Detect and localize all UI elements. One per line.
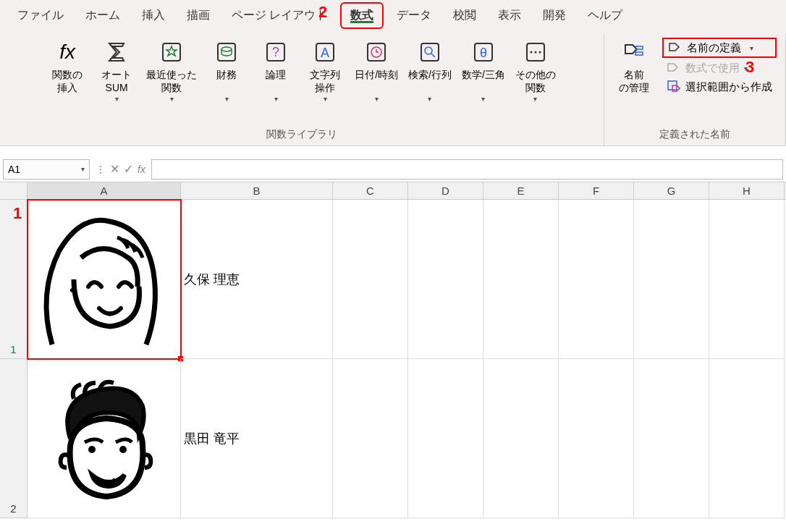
financial-button[interactable]: 財務▾ — [204, 36, 249, 106]
dots-book-icon — [523, 39, 549, 65]
chevron-down-icon: ▾ — [533, 94, 537, 104]
callout-1: 1 — [13, 204, 22, 223]
tab-help[interactable]: ヘルプ — [579, 4, 631, 28]
col-header-f[interactable]: F — [559, 182, 634, 199]
cell-d1[interactable] — [408, 200, 483, 359]
chevron-down-icon: ▾ — [115, 94, 119, 104]
question-book-icon: ? — [263, 39, 289, 65]
theta-book-icon: θ — [470, 39, 496, 65]
create-from-sel-label: 選択範囲から作成 — [685, 80, 772, 94]
tag-icon — [668, 41, 683, 55]
cell-a1[interactable] — [28, 200, 181, 359]
svg-point-10 — [425, 47, 432, 54]
formula-input[interactable] — [151, 159, 783, 180]
tab-view[interactable]: 表示 — [489, 4, 530, 28]
ribbon: fx 関数の 挿入 オート SUM▾ 最近使った 関数▾ 財務▾ ? 論理▾ A — [0, 30, 786, 146]
morefn-button[interactable]: その他の 関数▾ — [512, 36, 559, 106]
cell-e1[interactable] — [483, 200, 559, 359]
insert-function-button[interactable]: fx 関数の 挿入 — [45, 36, 90, 97]
cell-f1[interactable] — [559, 200, 634, 359]
use-in-formula-label: 数式で使用 — [685, 62, 740, 75]
function-library-group-label: 関数ライブラリ — [266, 125, 337, 141]
fx-icon: fx — [54, 39, 80, 65]
tab-draw[interactable]: 描画 — [178, 4, 219, 28]
illustration-woman-icon — [30, 207, 175, 352]
tab-insert[interactable]: 挿入 — [133, 4, 174, 28]
svg-point-2 — [221, 47, 232, 51]
select-all-corner[interactable] — [0, 182, 28, 199]
logical-label: 論理 — [266, 68, 286, 81]
cell-b1[interactable]: 久保 理恵 — [181, 200, 333, 359]
cell-c1[interactable] — [333, 200, 408, 359]
cell-d2[interactable] — [408, 359, 483, 518]
text-button[interactable]: A 文字列 操作▾ — [303, 36, 347, 106]
tab-file[interactable]: ファイル — [9, 4, 72, 28]
cell-a2[interactable] — [28, 359, 181, 518]
cell-h2[interactable] — [709, 359, 785, 518]
recent-functions-button[interactable]: 最近使った 関数▾ — [143, 36, 200, 106]
name-box[interactable]: A1 ▾ — [3, 159, 90, 180]
morefn-label: その他の 関数 — [515, 68, 556, 94]
col-header-a[interactable]: A — [28, 182, 181, 199]
mathtrig-button[interactable]: θ 数学/三角▾ — [459, 36, 508, 106]
a-book-icon: A — [312, 39, 338, 65]
chevron-down-icon: ▾ — [324, 94, 327, 104]
create-from-selection-button[interactable]: 選択範囲から作成 — [662, 78, 777, 96]
lookup-button[interactable]: 検索/行列▾ — [405, 36, 455, 106]
callout-3: 3 — [745, 58, 754, 77]
dots-icon: ⋮ — [96, 164, 106, 175]
col-header-c[interactable]: C — [333, 182, 408, 199]
formula-bar: A1 ▾ ⋮ ✕ ✓ fx — [0, 156, 786, 182]
col-header-b[interactable]: B — [181, 182, 333, 199]
col-header-g[interactable]: G — [634, 182, 709, 199]
cell-g1[interactable] — [634, 200, 709, 359]
datetime-button[interactable]: 日付/時刻▾ — [352, 36, 401, 106]
name-manager-button[interactable]: 名前 の管理 — [612, 36, 656, 97]
svg-point-16 — [534, 51, 536, 54]
svg-text:θ: θ — [480, 46, 487, 60]
tab-developer[interactable]: 開発 — [534, 4, 575, 28]
svg-text:?: ? — [272, 45, 279, 59]
tab-formulas[interactable]: 数式 — [340, 2, 384, 29]
cell-h1[interactable] — [709, 200, 785, 359]
tab-data[interactable]: データ — [388, 4, 440, 28]
tag-list-icon — [621, 39, 647, 65]
tag-fx-icon — [667, 61, 681, 75]
logical-button[interactable]: ? 論理▾ — [253, 36, 298, 106]
cell-b1-value: 久保 理恵 — [184, 271, 240, 288]
cell-e2[interactable] — [483, 359, 559, 518]
cancel-icon[interactable]: ✕ — [110, 162, 119, 176]
define-name-button[interactable]: 名前の定義 ▾ — [662, 38, 777, 58]
col-header-d[interactable]: D — [408, 182, 483, 199]
fx-icon[interactable]: fx — [138, 164, 145, 175]
svg-point-21 — [70, 288, 75, 292]
row-header-1[interactable]: 1 — [0, 200, 28, 359]
svg-rect-9 — [421, 43, 439, 61]
name-manager-label: 名前 の管理 — [619, 68, 649, 94]
sigma-icon — [103, 39, 130, 65]
enter-icon[interactable]: ✓ — [124, 162, 133, 176]
range-tag-icon — [667, 80, 681, 94]
coins-book-icon — [214, 39, 240, 65]
cell-g2[interactable] — [634, 359, 709, 518]
svg-rect-1 — [218, 43, 235, 61]
callout-2: 2 — [318, 3, 327, 22]
svg-text:A: A — [321, 46, 329, 60]
chevron-down-icon: ▾ — [750, 44, 753, 52]
cell-b2[interactable]: 黒田 竜平 — [181, 359, 333, 518]
tab-bar: ファイル ホーム 挿入 描画 ページ レイアウト 数式 データ 校閲 表示 開発… — [0, 0, 786, 30]
cell-f2[interactable] — [559, 359, 634, 518]
autosum-button[interactable]: オート SUM▾ — [94, 36, 139, 106]
col-header-h[interactable]: H — [709, 182, 785, 199]
cell-c2[interactable] — [333, 359, 408, 518]
tab-home[interactable]: ホーム — [77, 4, 129, 28]
svg-point-23 — [119, 446, 127, 453]
star-book-icon — [159, 39, 185, 65]
row-header-2[interactable]: 2 — [0, 359, 28, 518]
lookup-label: 検索/行列 — [408, 68, 452, 81]
defined-names-group-label: 定義された名前 — [659, 125, 730, 141]
cell-b2-value: 黒田 竜平 — [184, 430, 240, 447]
financial-label: 財務 — [216, 68, 237, 81]
tab-review[interactable]: 校閲 — [444, 4, 485, 28]
col-header-e[interactable]: E — [483, 182, 559, 199]
